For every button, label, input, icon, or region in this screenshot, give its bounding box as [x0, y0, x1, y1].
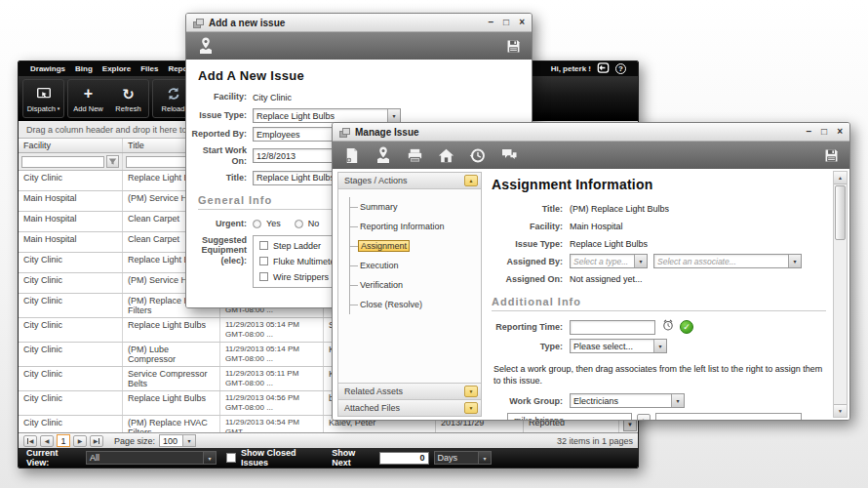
- available-associates-list[interactable]: mike briseno Peter Kal: [507, 413, 632, 420]
- add-new-button[interactable]: + Add New: [68, 80, 108, 117]
- reporting-time-input[interactable]: [570, 320, 655, 335]
- refresh-button[interactable]: ↻ Refresh: [108, 80, 148, 117]
- stage-item-execution[interactable]: Execution: [350, 256, 479, 275]
- expand-icon[interactable]: ▼: [464, 402, 478, 414]
- current-page-button[interactable]: 1: [57, 434, 70, 447]
- new-document-icon[interactable]: [342, 146, 361, 165]
- workgroup-instruction: Select a work group, then drag associate…: [493, 363, 824, 386]
- equipment-checkbox[interactable]: [259, 257, 268, 265]
- urgent-label: Urgent:: [186, 219, 253, 229]
- current-view-select[interactable]: All▾: [86, 451, 217, 465]
- reported-by-label: Reported By:: [186, 129, 253, 140]
- type-select[interactable]: Please select...▾: [570, 339, 667, 353]
- page-title: Add A New Issue: [198, 68, 532, 83]
- locate-on-map-icon[interactable]: [374, 145, 393, 165]
- close-button[interactable]: ×: [837, 127, 843, 137]
- greeting-text: Hi, peterk !: [551, 64, 591, 73]
- toolbar-group-new: + Add New ↻ Refresh: [67, 79, 149, 118]
- equipment-checkbox[interactable]: [259, 241, 268, 250]
- chevron-down-icon: ▾: [203, 452, 216, 464]
- last-page-button[interactable]: ▶: [90, 435, 103, 447]
- app-icon: [339, 127, 350, 138]
- first-page-button[interactable]: ◀: [23, 435, 37, 447]
- menu-item-bing[interactable]: Bing: [75, 64, 93, 73]
- vertical-scrollbar[interactable]: ▲ ▼: [833, 171, 848, 418]
- menu-item-files[interactable]: Files: [140, 64, 158, 73]
- show-closed-checkbox[interactable]: [226, 453, 236, 463]
- stage-item-reporting-information[interactable]: Reporting Information: [350, 217, 479, 236]
- help-icon[interactable]: ?: [615, 63, 626, 74]
- manage-issue-titlebar[interactable]: Manage Issue – □ ×: [333, 123, 849, 142]
- assigned-associates-list[interactable]: [655, 413, 802, 420]
- home-icon[interactable]: [437, 146, 455, 165]
- assigned-by-associate-select[interactable]: Select an associate...▾: [653, 254, 802, 268]
- scroll-up-icon[interactable]: ▲: [834, 172, 847, 184]
- stages-actions-header[interactable]: Stages / Actions ▲: [338, 173, 481, 189]
- save-icon[interactable]: [823, 147, 840, 164]
- issue-type-value: Replace Light Bulbs: [570, 239, 648, 249]
- logout-icon[interactable]: [597, 61, 610, 76]
- facility-value: Main Hospital: [570, 222, 623, 231]
- filter-funnel-icon[interactable]: [106, 155, 119, 168]
- manage-issue-toolbar: [333, 142, 849, 169]
- page-size-value: 100: [160, 436, 182, 446]
- menu-item-explore[interactable]: Explore: [102, 64, 131, 73]
- scroll-down-icon[interactable]: ▼: [834, 404, 847, 417]
- facility-filter-input[interactable]: [21, 156, 104, 168]
- stage-item-summary[interactable]: Summary: [350, 197, 479, 217]
- move-right-button[interactable]: ›: [637, 414, 651, 420]
- urgent-no-radio[interactable]: [295, 220, 303, 228]
- issue-type-select[interactable]: Replace Light Bulbs▾: [253, 108, 401, 123]
- column-header-facility[interactable]: Facility: [19, 139, 123, 152]
- urgent-yes-radio[interactable]: [253, 220, 261, 228]
- stage-item-verification[interactable]: Verification: [350, 275, 479, 295]
- title-value: (PM) Replace Light Bulbs: [570, 204, 669, 214]
- last-page-icon: ▶: [94, 437, 99, 444]
- alarm-clock-icon[interactable]: [661, 318, 675, 336]
- expand-icon[interactable]: ▼: [464, 386, 478, 397]
- show-next-unit-select[interactable]: Days▾: [434, 451, 492, 465]
- additional-info-heading: Additional Info: [492, 296, 826, 311]
- chevron-down-icon: ▾: [387, 109, 400, 122]
- minimize-button[interactable]: –: [489, 18, 494, 27]
- dispatch-label: Dispatch: [27, 104, 56, 113]
- close-button[interactable]: ×: [519, 18, 525, 27]
- work-group-select[interactable]: Electricians▾: [570, 393, 685, 408]
- stage-item-close-resolve[interactable]: Close (Resolve): [350, 295, 479, 314]
- validate-check-icon[interactable]: ✓: [680, 320, 693, 334]
- equipment-checkbox[interactable]: [259, 272, 268, 281]
- facility-value: City Clinic: [253, 93, 292, 102]
- show-next-label: Show Next: [332, 448, 375, 468]
- save-icon[interactable]: [505, 38, 522, 55]
- attached-files-label: Attached Files: [344, 403, 400, 413]
- window-title: Add a new issue: [209, 18, 285, 28]
- work-group-value: Electricians: [571, 396, 671, 406]
- assigned-by-type-select[interactable]: Select a type...▾: [570, 254, 648, 268]
- user-greeting-area: Hi, peterk ! ?: [551, 61, 626, 76]
- related-assets-header[interactable]: Related Assets ▼: [338, 383, 481, 399]
- chat-icon[interactable]: [499, 145, 519, 165]
- scrollbar-thumb[interactable]: [835, 185, 846, 240]
- add-issue-titlebar[interactable]: Add a new issue – □ ×: [186, 14, 532, 32]
- type-placeholder: Select a type...: [571, 257, 634, 266]
- history-icon[interactable]: [468, 146, 487, 165]
- next-page-button[interactable]: ▶: [73, 435, 87, 447]
- collapse-icon[interactable]: ▲: [464, 175, 478, 186]
- prev-page-button[interactable]: ◀: [40, 435, 54, 447]
- stage-item-assignment[interactable]: Assignment: [350, 236, 479, 256]
- page-size-select[interactable]: 100▾: [159, 434, 196, 447]
- dispatch-button[interactable]: Dispatch▾: [23, 80, 63, 117]
- print-icon[interactable]: [406, 146, 424, 165]
- suggested-equipment-label: Suggested Equipment (elec):: [186, 235, 253, 266]
- refresh-label: Refresh: [115, 104, 140, 113]
- type-value: Please select...: [571, 342, 653, 351]
- maximize-button[interactable]: □: [503, 18, 509, 27]
- minimize-button[interactable]: –: [807, 127, 812, 137]
- show-next-input[interactable]: 0: [379, 452, 428, 465]
- menu-item-drawings[interactable]: Drawings: [30, 64, 65, 73]
- assigned-on-label: Assigned On:: [492, 274, 570, 284]
- list-item[interactable]: mike briseno: [508, 414, 631, 420]
- locate-on-map-icon[interactable]: [196, 36, 216, 56]
- maximize-button[interactable]: □: [821, 127, 827, 137]
- attached-files-header[interactable]: Attached Files ▼: [338, 399, 481, 416]
